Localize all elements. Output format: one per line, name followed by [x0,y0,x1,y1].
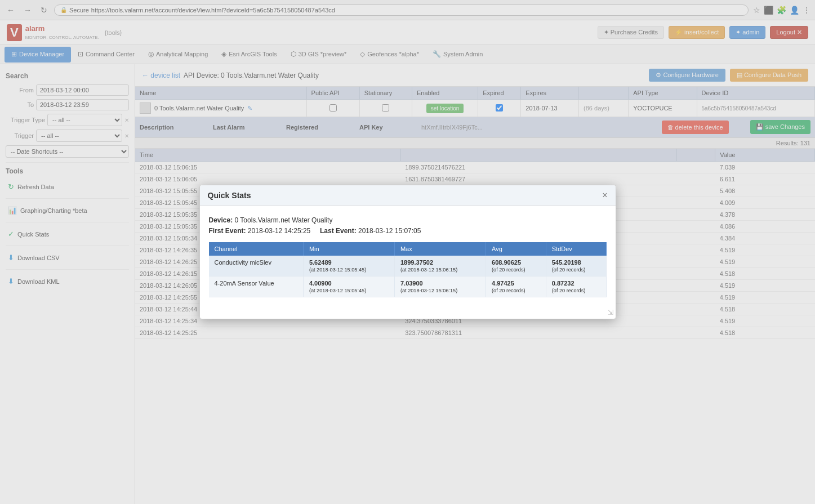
stats-row: Conductivity micSlev 5.62489(at 2018-03-… [209,256,607,276]
stats-stddev: 0.87232(of 20 records) [546,276,606,297]
last-event-label: Last Event: [320,227,357,235]
stats-channel: 4-20mA Sensor Value [209,276,304,297]
stats-min: 5.62489(at 2018-03-12 15:05:45) [303,256,394,276]
modal-backdrop[interactable]: Quick Stats × Device: 0 Tools.Valarm.net… [0,0,815,504]
stats-row: 4-20mA Sensor Value 4.00900(at 2018-03-1… [209,276,607,297]
stats-max: 7.03900(at 2018-03-12 15:06:15) [394,276,486,297]
stats-th-stddev: StdDev [546,242,606,256]
first-event-value: 2018-03-12 14:25:25 [248,227,310,235]
resize-icon: ⇲ [608,309,613,316]
modal-resize-handle: ⇲ [200,306,616,319]
last-event-value: 2018-03-12 15:07:05 [358,227,421,235]
modal-close-button[interactable]: × [602,191,607,200]
device-label: Device: [209,216,233,224]
stats-min: 4.00900(at 2018-03-12 15:05:45) [303,276,394,297]
stats-th-min: Min [303,242,394,256]
stats-th-max: Max [394,242,486,256]
stats-stddev: 545.20198(of 20 records) [546,256,606,276]
stats-header-row: Channel Min Max Avg StdDev [209,242,607,256]
modal-body: Device: 0 Tools.Valarm.net Water Quality… [200,206,616,306]
modal-device-info: Device: 0 Tools.Valarm.net Water Quality… [209,215,607,237]
first-event-label: First Event: [209,227,246,235]
stats-max: 1899.37502(at 2018-03-12 15:06:15) [394,256,486,276]
modal-device-name: 0 Tools.Valarm.net Water Quality [235,216,333,224]
stats-avg: 4.97425(of 20 records) [486,276,546,297]
modal-header: Quick Stats × [200,185,616,206]
modal-title: Quick Stats [208,191,251,200]
stats-channel: Conductivity micSlev [209,256,304,276]
stats-th-avg: Avg [486,242,546,256]
stats-th-channel: Channel [209,242,304,256]
stats-table: Channel Min Max Avg StdDev Conductivity … [209,242,607,297]
stats-avg: 608.90625(of 20 records) [486,256,546,276]
quick-stats-modal: Quick Stats × Device: 0 Tools.Valarm.net… [199,185,616,319]
stats-table-body: Conductivity micSlev 5.62489(at 2018-03-… [209,256,607,297]
